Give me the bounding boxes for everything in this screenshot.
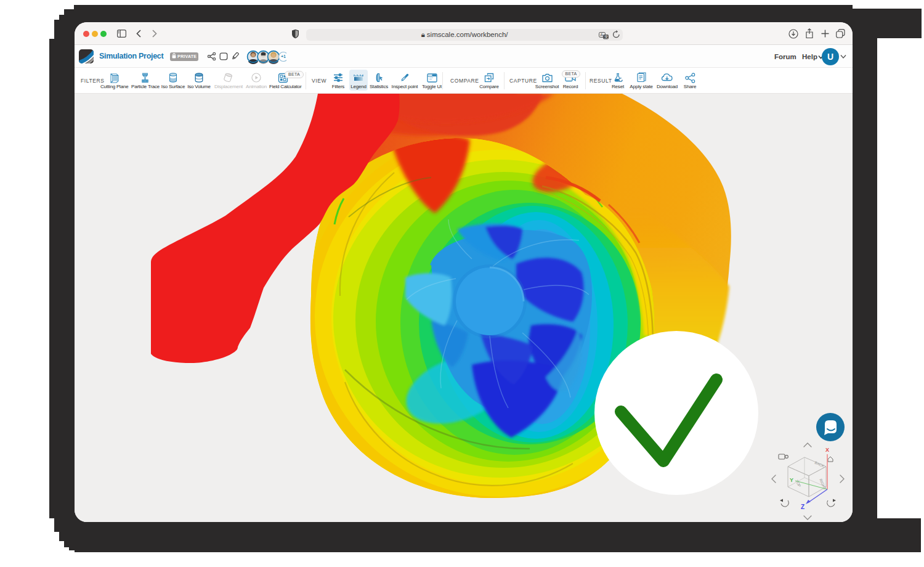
svg-text:Z: Z (801, 504, 804, 510)
svg-text:A: A (600, 33, 603, 37)
svg-text:BACK: BACK (814, 460, 825, 468)
svg-text:文: 文 (604, 35, 609, 39)
svg-text:Y: Y (790, 477, 793, 483)
svg-text:X: X (825, 447, 829, 453)
svg-text:+1: +1 (281, 54, 286, 59)
